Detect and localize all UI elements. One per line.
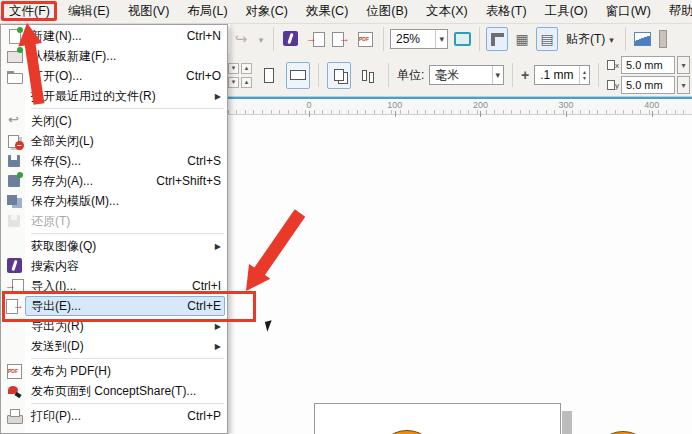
units-select[interactable]: 毫米 ▾ [429, 65, 504, 85]
show-rulers-button[interactable] [486, 27, 508, 51]
menu-shortcut: Ctrl+P [187, 409, 221, 423]
revert-icon [5, 213, 25, 229]
publish-pdf-button[interactable] [355, 27, 377, 51]
no-icon [5, 338, 25, 354]
no-icon [5, 88, 25, 104]
menu-item-label: 还原(T) [31, 213, 221, 230]
menu-item-acquire-image[interactable]: 获取图像(Q)▶ [1, 236, 227, 256]
duplicate-distance-x-input[interactable]: 5.0 mm [621, 56, 675, 74]
menubar-item-table[interactable]: 表格(T) [477, 0, 536, 23]
menubar-item-window[interactable]: 窗口(W) [597, 0, 660, 23]
menu-item-label: 从模板新建(F)... [31, 48, 221, 65]
redo-icon [235, 30, 248, 48]
all-pages-icon [334, 69, 344, 81]
chevron-down-icon[interactable]: ▾ [677, 76, 690, 94]
menu-item-close[interactable]: 关闭(C) [1, 111, 227, 131]
chevron-down-icon: ▾ [492, 66, 504, 84]
menubar-item-help[interactable]: 帮助(H) [660, 0, 692, 23]
menu-item-open[interactable]: 打开(O)...Ctrl+O [1, 66, 227, 86]
page-size-spinners[interactable] [228, 63, 252, 88]
redo-dropdown[interactable] [255, 27, 267, 51]
show-guidelines-button[interactable] [536, 27, 558, 51]
nudge-distance-icon [521, 67, 529, 83]
pdf-icon [5, 363, 25, 379]
menu-separator [31, 403, 224, 404]
spin-down-icon[interactable] [228, 77, 239, 88]
menu-item-save-as[interactable]: 另存为(A)...Ctrl+Shift+S [1, 171, 227, 191]
ruler-tick-label: 100 [385, 100, 405, 110]
menu-item-label: 保存(S)... [31, 153, 179, 170]
chevron-down-icon[interactable]: ▾ [677, 56, 690, 74]
menu-item-label: 导出为(R) [31, 318, 207, 335]
duplicate-distance-x-icon: x [607, 60, 619, 70]
snap-to-label: 贴齐(T) [566, 31, 605, 48]
menu-item-save-as-template[interactable]: 保存为模版(M)... [1, 191, 227, 211]
ruler-tick-label: 200 [470, 100, 490, 110]
menu-item-export-for[interactable]: 导出为(R)▶ [1, 316, 227, 336]
show-grid-button[interactable] [511, 27, 533, 51]
menu-shortcut: Ctrl+Shift+S [156, 174, 221, 188]
close-all-icon [5, 133, 25, 149]
menu-item-open-recent[interactable]: 打开最近用过的文件(R)▶ [1, 86, 227, 106]
menubar-item-text[interactable]: 文本(X) [417, 0, 477, 23]
menu-item-import[interactable]: 导入(I)...Ctrl+I [1, 276, 227, 296]
current-page-button[interactable] [356, 62, 380, 89]
snap-to-dropdown[interactable]: 贴齐(T) [561, 27, 619, 51]
toolbar-separator [318, 63, 319, 87]
corel-icon [5, 258, 25, 274]
export-button[interactable] [330, 27, 352, 51]
import-icon [5, 278, 25, 294]
redo-button[interactable] [230, 27, 252, 51]
menu-item-publish-to-pdf[interactable]: 发布为 PDF(H) [1, 361, 227, 381]
spin-up-icon[interactable] [241, 77, 252, 88]
menubar-item-bitmaps[interactable]: 位图(B) [357, 0, 417, 23]
spin-down-icon[interactable] [228, 63, 239, 74]
import-button[interactable] [305, 27, 327, 51]
menu-item-save[interactable]: 保存(S)...Ctrl+S [1, 151, 227, 171]
menu-item-label: 打印(P)... [31, 408, 179, 425]
menu-item-search-content[interactable]: 搜索内容 [1, 256, 227, 276]
menu-item-label: 全部关闭(L) [31, 133, 221, 150]
menu-item-export[interactable]: 导出(E)...Ctrl+E [1, 296, 227, 316]
clipped-toolbar-icon [659, 30, 667, 48]
menu-item-new[interactable]: 新建(N)...Ctrl+N [1, 26, 227, 46]
page[interactable] [314, 403, 561, 434]
submenu-arrow-icon: ▶ [215, 342, 221, 351]
toolbar-separator [383, 27, 384, 51]
zoom-level-select[interactable]: 25% ▾ [390, 29, 448, 49]
menubar-item-object[interactable]: 对象(C) [237, 0, 297, 23]
menu-item-print[interactable]: 打印(P)...Ctrl+P [1, 406, 227, 426]
menubar-item-effects[interactable]: 效果(C) [297, 0, 357, 23]
menu-separator [31, 108, 224, 109]
show-rulers-icon [491, 33, 504, 46]
landscape-button[interactable] [286, 62, 310, 89]
export-icon [331, 31, 351, 47]
menu-item-send-to[interactable]: 发送到(D)▶ [1, 336, 227, 356]
chevron-down-icon: ▾ [435, 30, 447, 48]
menu-item-label: 导入(I)... [31, 278, 184, 295]
publish-pdf-icon [356, 31, 376, 47]
save-template-icon [5, 193, 25, 209]
all-pages-button[interactable] [327, 62, 351, 89]
units-label: 单位: [397, 67, 424, 84]
menu-item-publish-to-conceptshare[interactable]: 发布页面到 ConceptShare(T)... [1, 381, 227, 401]
menubar-item-layout[interactable]: 布局(L) [178, 0, 236, 23]
portrait-button[interactable] [257, 62, 281, 89]
menubar-item-edit[interactable]: 编辑(E) [59, 0, 119, 23]
nudge-spinner[interactable]: ▲▼ [579, 66, 589, 84]
spin-up-icon[interactable] [241, 63, 252, 74]
menubar-item-file[interactable]: 文件(F) [0, 0, 59, 23]
menu-item-new-from-template[interactable]: 从模板新建(F)... [1, 46, 227, 66]
save-icon [5, 153, 25, 169]
full-screen-preview-button[interactable] [451, 27, 473, 51]
options-button[interactable] [632, 27, 654, 51]
duplicate-distance-y-input[interactable]: 5.0 mm [621, 76, 675, 94]
app-launcher-button[interactable] [280, 27, 302, 51]
toolbar-separator [512, 63, 513, 87]
menubar-item-view[interactable]: 视图(V) [119, 0, 179, 23]
nudge-distance-input[interactable]: .1 mm ▲▼ [534, 65, 590, 85]
menubar-item-tools[interactable]: 工具(O) [536, 0, 597, 23]
menu-item-close-all[interactable]: 全部关闭(L) [1, 131, 227, 151]
new-template-icon [5, 48, 25, 64]
standard-toolbar: 25% ▾ 贴齐(T) [230, 24, 692, 54]
